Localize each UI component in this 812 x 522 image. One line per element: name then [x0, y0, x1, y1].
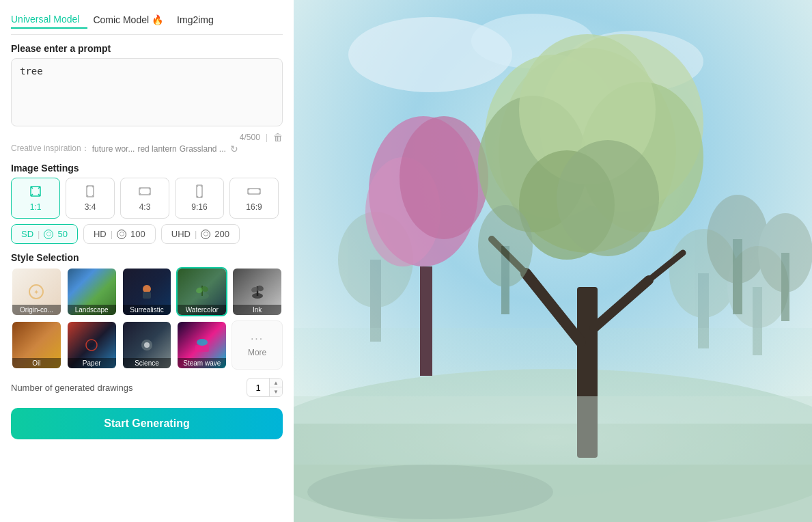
- quality-hd[interactable]: HD | ⬡ 100: [83, 224, 156, 244]
- style-oil[interactable]: Oil: [11, 320, 62, 370]
- ratio-3-4-icon: [83, 184, 97, 198]
- ratio-9-16[interactable]: 9:16: [175, 178, 224, 219]
- svg-rect-41: [195, 345, 209, 352]
- prompt-label: Please enter a prompt: [11, 43, 283, 54]
- creative-tag-2[interactable]: Grassland ...: [180, 144, 226, 154]
- quality-hd-coins: 100: [130, 229, 145, 239]
- quality-uhd[interactable]: UHD | ⬡ 200: [161, 224, 240, 244]
- tab-comic-label: Comic Model: [93, 14, 149, 25]
- style-landscape[interactable]: Landscape: [66, 267, 117, 316]
- trash-icon[interactable]: 🗑: [273, 132, 283, 143]
- tab-comic[interactable]: Comic Model 🔥: [93, 12, 171, 28]
- style-steamwave-label: Steam wave: [178, 358, 226, 368]
- ratio-3-4-label: 3:4: [85, 202, 96, 212]
- svg-text:✦: ✦: [33, 288, 39, 296]
- style-watercolor-label: Watercolor: [178, 305, 226, 315]
- svg-point-40: [144, 342, 150, 348]
- style-oil-label: Oil: [12, 358, 61, 368]
- ratio-4-3-icon: [138, 184, 152, 198]
- right-panel: [294, 0, 812, 522]
- style-surrealistic-label: Surrealistic: [123, 305, 171, 315]
- ratio-16-9-label: 16:9: [246, 202, 262, 212]
- style-science-label: Science: [123, 358, 171, 368]
- creative-inspiration: Creative inspiration： future wor... red …: [11, 143, 283, 154]
- style-origin-label: Origin-co...: [12, 305, 61, 315]
- refresh-icon[interactable]: ↻: [230, 143, 238, 154]
- ratio-1-1-icon: [29, 184, 42, 198]
- style-steamwave[interactable]: Steam wave: [176, 320, 227, 370]
- generate-button[interactable]: Start Generating: [11, 408, 283, 439]
- style-more-button[interactable]: ··· More: [232, 320, 283, 370]
- tabs: Universal Model Comic Model 🔥 Img2img: [11, 11, 283, 35]
- more-dots: ···: [251, 333, 264, 345]
- style-watercolor[interactable]: Watercolor: [176, 267, 227, 316]
- ratio-16-9[interactable]: 16:9: [229, 178, 279, 219]
- stepper-up[interactable]: ▲: [270, 379, 282, 387]
- style-origin[interactable]: ✦ Origin-co...: [11, 267, 62, 316]
- svg-rect-81: [294, 0, 812, 522]
- ratio-1-1-label: 1:1: [30, 202, 42, 212]
- prompt-section: Please enter a prompt tree 4/500 | 🗑 Cre…: [11, 43, 283, 154]
- ratio-1-1[interactable]: 1:1: [11, 178, 60, 219]
- tab-universal-label: Universal Model: [11, 14, 79, 25]
- left-panel: Universal Model Comic Model 🔥 Img2img Pl…: [0, 0, 294, 522]
- coin-icon-hd: ⬡: [117, 230, 126, 239]
- fire-icon: 🔥: [152, 14, 163, 25]
- aspect-ratios: 1:1 3:4: [11, 178, 283, 219]
- quality-uhd-label: UHD: [171, 229, 191, 239]
- svg-point-42: [197, 339, 208, 346]
- creative-tag-0[interactable]: future wor...: [92, 144, 135, 154]
- style-selection-label: Style Selection: [11, 252, 283, 263]
- drawings-input[interactable]: [247, 383, 269, 393]
- drawings-label: Number of generated drawings: [11, 383, 133, 393]
- svg-rect-20: [248, 189, 260, 194]
- ratio-9-16-icon: [193, 184, 206, 198]
- coin-icon-sd: ⬡: [44, 230, 53, 239]
- svg-rect-15: [197, 185, 202, 197]
- style-science[interactable]: Science: [122, 320, 173, 370]
- image-settings-section: Image Settings 1:1: [11, 163, 283, 244]
- stepper-down[interactable]: ▼: [270, 387, 282, 396]
- ratio-4-3-label: 4:3: [139, 202, 151, 212]
- tab-universal[interactable]: Universal Model: [11, 11, 87, 29]
- style-ink-label: Ink: [233, 305, 281, 315]
- quality-sd[interactable]: SD | ⬡ 50: [11, 224, 78, 244]
- prompt-textarea[interactable]: tree: [11, 58, 283, 126]
- creative-label: Creative inspiration：: [11, 143, 89, 154]
- creative-tag-1[interactable]: red lantern: [137, 144, 176, 154]
- ratio-9-16-label: 9:16: [191, 202, 207, 212]
- generated-image: [294, 0, 812, 522]
- quality-sd-label: SD: [21, 229, 33, 239]
- quality-uhd-coins: 200: [214, 229, 229, 239]
- prompt-counter: 4/500: [240, 133, 260, 142]
- style-paper[interactable]: Paper: [66, 320, 117, 370]
- quality-hd-label: HD: [94, 229, 107, 239]
- quality-sd-coins: 50: [57, 229, 67, 239]
- ratio-4-3[interactable]: 4:3: [120, 178, 169, 219]
- tab-img2img-label: Img2img: [177, 14, 214, 25]
- svg-point-38: [89, 343, 94, 347]
- style-surrealistic[interactable]: Surrealistic: [122, 267, 173, 316]
- drawings-stepper: ▲ ▼: [247, 378, 283, 397]
- style-landscape-label: Landscape: [68, 305, 116, 315]
- prompt-area: tree 4/500 | 🗑: [11, 58, 283, 143]
- style-grid: ✦ Origin-co... Landscape Surrealistic: [11, 267, 283, 370]
- drawings-row: Number of generated drawings ▲ ▼: [11, 378, 283, 397]
- coin-icon-uhd: ⬡: [201, 230, 210, 239]
- ratio-3-4[interactable]: 3:4: [66, 178, 115, 219]
- prompt-footer: 4/500 | 🗑: [11, 132, 283, 143]
- ratio-16-9-icon: [247, 184, 261, 198]
- image-settings-label: Image Settings: [11, 163, 283, 174]
- style-paper-label: Paper: [68, 358, 116, 368]
- tab-img2img[interactable]: Img2img: [177, 12, 222, 28]
- style-selection-section: Style Selection ✦ Origin-co... Landscape…: [11, 252, 283, 370]
- stepper-arrows: ▲ ▼: [269, 379, 282, 396]
- style-more-label: More: [248, 348, 266, 357]
- svg-rect-28: [143, 292, 151, 299]
- style-ink[interactable]: Ink: [232, 267, 283, 316]
- quality-buttons: SD | ⬡ 50 HD | ⬡ 100 UHD | ⬡ 200: [11, 224, 283, 244]
- prompt-divider: |: [266, 133, 268, 142]
